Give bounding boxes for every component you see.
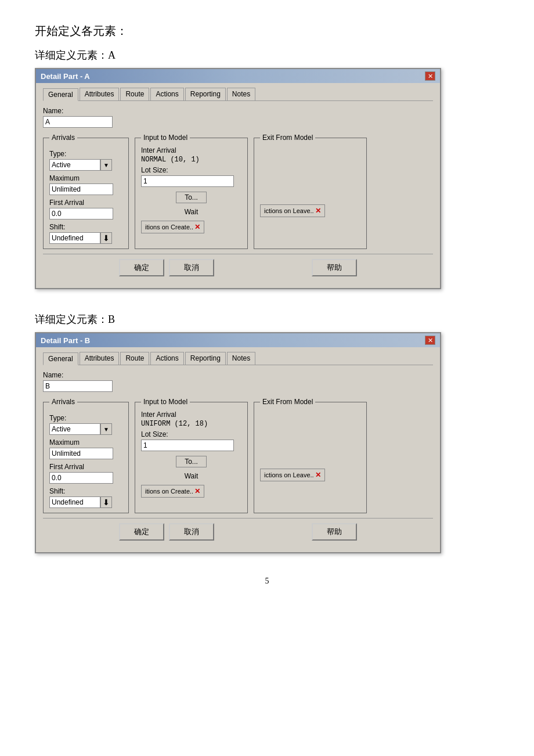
tab-a-general[interactable]: General [43, 88, 78, 101]
dialog-b-name-label: Name: [43, 371, 433, 379]
dialog-a-tab-bar: General Attributes Route Actions Reporti… [43, 88, 433, 101]
dialog-a-arrivals-panel: Arrivals Type: ▼ Maximum First Arrival S… [43, 134, 129, 249]
dialog-b-first-arrival-input[interactable] [49, 472, 113, 484]
dialog-a-input-model-panel: Input to Model Inter Arrival NORMAL (10,… [135, 134, 248, 249]
dialog-a-actions-leave-x-icon: ✕ [315, 207, 321, 215]
dialog-b-shift-arrow[interactable]: ⬇ [100, 496, 112, 508]
dialog-b-cancel-button[interactable]: 取消 [169, 523, 214, 541]
dialog-a-actions-leave-btn[interactable]: ictions on Leave.. ✕ [260, 204, 325, 217]
dialog-b-wait-label: Wait [141, 472, 241, 480]
dialog-a-cancel-button[interactable]: 取消 [169, 259, 214, 276]
dialog-b-panels-row: Arrivals Type: ▼ Maximum First Arrival S… [43, 398, 433, 513]
dialog-b-actions-create-label: itions on Create.. [145, 488, 193, 495]
section-a-heading: 详细定义元素：A [35, 48, 499, 62]
dialog-b: Detail Part - B ✕ General Attributes Rou… [35, 332, 441, 553]
dialog-a-lot-size-input[interactable] [141, 175, 234, 187]
tab-b-reporting[interactable]: Reporting [185, 352, 226, 365]
dialog-b-first-arrival-label: First Arrival [49, 463, 122, 471]
dialog-b-help-button[interactable]: 帮助 [312, 523, 357, 541]
dialog-b-type-dropdown: ▼ [49, 423, 122, 435]
dialog-b-type-arrow[interactable]: ▼ [100, 423, 112, 435]
tab-b-general[interactable]: General [43, 352, 78, 365]
dialog-b-name-input[interactable] [43, 380, 113, 392]
dialog-a-footer: 确定 取消 帮助 [43, 254, 433, 281]
dialog-a-type-input[interactable] [49, 159, 100, 171]
dialog-b-exit-model-legend: Exit From Model [260, 398, 315, 406]
tab-a-notes[interactable]: Notes [227, 88, 255, 100]
dialog-b-actions-create-btn[interactable]: itions on Create.. ✕ [141, 485, 204, 498]
tab-b-actions[interactable]: Actions [150, 352, 183, 365]
dialog-b-footer: 确定 取消 帮助 [43, 518, 433, 545]
dialog-a-actions-create-btn[interactable]: itions on Create.. ✕ [141, 221, 204, 233]
dialog-b-title: Detail Part - B [41, 336, 90, 345]
tab-a-actions[interactable]: Actions [150, 88, 183, 100]
dialog-b-inter-arrival-label: Inter Arrival [141, 411, 241, 419]
dialog-b-type-label: Type: [49, 414, 122, 422]
dialog-a-inter-arrival-value: NORMAL (10, 1) [141, 156, 241, 164]
dialog-a-type-arrow[interactable]: ▼ [100, 159, 112, 171]
dialog-a-name-input[interactable] [43, 116, 113, 128]
dialog-b-maximum-input[interactable] [49, 448, 113, 459]
dialog-a-type-dropdown: ▼ [49, 159, 122, 171]
dialog-a-close-button[interactable]: ✕ [425, 71, 435, 81]
dialog-b-maximum-label: Maximum [49, 438, 122, 447]
dialog-a-first-arrival-label: First Arrival [49, 199, 122, 207]
dialog-a-name-label: Name: [43, 107, 433, 115]
page-number: 5 [35, 577, 499, 586]
dialog-b-exit-model-panel: Exit From Model ictions on Leave.. ✕ [254, 398, 367, 513]
dialog-b-actions-create-x-icon: ✕ [194, 487, 200, 495]
tab-b-route[interactable]: Route [120, 352, 149, 365]
dialog-b-arrivals-panel: Arrivals Type: ▼ Maximum First Arrival S… [43, 398, 129, 513]
tab-b-attributes[interactable]: Attributes [80, 352, 120, 365]
section-b-heading: 详细定义元素：B [35, 312, 499, 326]
dialog-a-actions-create-x-icon: ✕ [194, 223, 200, 231]
dialog-b-body: General Attributes Route Actions Reporti… [36, 347, 440, 552]
dialog-b-close-button[interactable]: ✕ [425, 336, 435, 345]
dialog-b-inter-arrival-value: UNIFORM (12, 18) [141, 420, 241, 428]
dialog-b-input-model-legend: Input to Model [141, 398, 190, 406]
dialog-a-arrivals-legend: Arrivals [49, 134, 77, 142]
dialog-b-lot-size-label: Lot Size: [141, 430, 241, 438]
dialog-a-ok-button[interactable]: 确定 [119, 259, 164, 276]
tab-b-notes[interactable]: Notes [227, 352, 255, 365]
dialog-a-shift-arrow[interactable]: ⬇ [100, 232, 112, 244]
tab-a-attributes[interactable]: Attributes [80, 88, 120, 100]
dialog-b-arrivals-legend: Arrivals [49, 398, 77, 406]
dialog-b-lot-size-input[interactable] [141, 440, 234, 451]
dialog-a-maximum-input[interactable] [49, 183, 113, 195]
dialog-b-shift-label: Shift: [49, 487, 122, 495]
tab-a-reporting[interactable]: Reporting [185, 88, 226, 100]
dialog-a-first-arrival-input[interactable] [49, 208, 113, 219]
dialog-b-actions-leave-btn[interactable]: ictions on Leave.. ✕ [260, 469, 325, 481]
dialog-b-titlebar: Detail Part - B ✕ [36, 333, 440, 347]
dialog-a-to-button[interactable]: To... [176, 192, 207, 203]
dialog-a-exit-model-panel: Exit From Model ictions on Leave.. ✕ [254, 134, 367, 249]
dialog-a-wait-label: Wait [141, 208, 241, 216]
dialog-b-ok-button[interactable]: 确定 [119, 523, 164, 541]
dialog-b-input-model-panel: Input to Model Inter Arrival UNIFORM (12… [135, 398, 248, 513]
dialog-a-maximum-label: Maximum [49, 174, 122, 182]
dialog-b-actions-leave-x-icon: ✕ [315, 471, 321, 479]
dialog-a-title: Detail Part - A [41, 72, 90, 81]
dialog-b-shift-input[interactable] [49, 496, 100, 508]
dialog-a-actions-create-label: itions on Create.. [145, 224, 193, 231]
dialog-a-shift-label: Shift: [49, 223, 122, 231]
dialog-b-shift-wrapper: ⬇ [49, 496, 122, 508]
tab-a-route[interactable]: Route [120, 88, 149, 100]
dialog-a-shift-input[interactable] [49, 232, 100, 244]
main-heading: 开始定义各元素： [35, 23, 499, 39]
dialog-a-input-model-legend: Input to Model [141, 134, 190, 142]
dialog-b-tab-bar: General Attributes Route Actions Reporti… [43, 352, 433, 365]
dialog-b-actions-leave-label: ictions on Leave.. [264, 471, 314, 478]
dialog-a-body: General Attributes Route Actions Reporti… [36, 83, 440, 288]
dialog-a-help-button[interactable]: 帮助 [312, 259, 357, 276]
dialog-a-inter-arrival-label: Inter Arrival [141, 146, 241, 154]
dialog-a-exit-model-legend: Exit From Model [260, 134, 315, 142]
dialog-a-panels-row: Arrivals Type: ▼ Maximum First Arrival S… [43, 134, 433, 249]
dialog-b-to-button[interactable]: To... [176, 456, 207, 467]
dialog-b-type-input[interactable] [49, 423, 100, 435]
dialog-a-actions-leave-label: ictions on Leave.. [264, 207, 314, 214]
dialog-a-titlebar: Detail Part - A ✕ [36, 69, 440, 83]
dialog-a-type-label: Type: [49, 150, 122, 158]
dialog-a-lot-size-label: Lot Size: [141, 166, 241, 174]
